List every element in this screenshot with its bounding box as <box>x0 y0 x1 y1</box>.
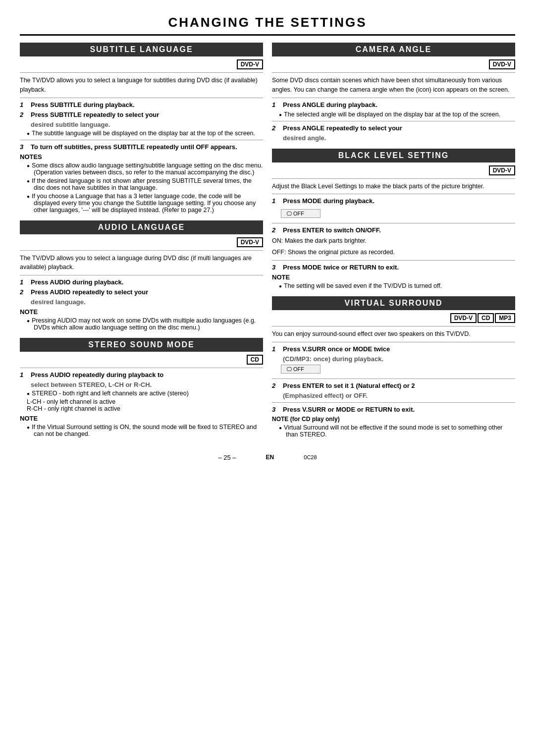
virtual-surround-header: VIRTUAL SURROUND <box>272 296 515 310</box>
virtual-step1: 1 Press V.SURR once or MODE twice <box>272 345 515 353</box>
virtual-step2b: (Emphasized effect) or OFF. <box>283 392 515 399</box>
virtual-dvdv-badge: DVD-V <box>450 313 477 323</box>
subtitle-dvdv-badge: DVD-V <box>237 59 263 69</box>
camera-step2b: desired angle. <box>283 134 515 142</box>
subtitle-language-header: SUBTITLE LANGUAGE <box>20 43 263 56</box>
audio-step2: 2 Press AUDIO repeatedly to select your <box>20 288 263 296</box>
page-number: – 25 – <box>218 454 236 461</box>
camera-dvdv-badge: DVD-V <box>489 59 515 69</box>
black-dvdv-badge: DVD-V <box>489 165 515 175</box>
subtitle-intro: The TV/DVD allows you to select a langua… <box>20 76 263 95</box>
footer: – 25 – EN 0C28 <box>20 454 515 461</box>
black-note1: The setting will be saved even if the TV… <box>279 282 515 289</box>
camera-bullet1: The selected angle will be displayed on … <box>279 111 515 118</box>
subtitle-note3: If you choose a Language that has a 3 le… <box>27 193 263 214</box>
subtitle-step3: 3 To turn off subtitles, press SUBTITLE … <box>20 143 263 151</box>
virtual-step2: 2 Press ENTER to set it 1 (Natural effec… <box>272 382 515 389</box>
virtual-step3: 3 Press V.SURR or MODE or RETURN to exit… <box>272 406 515 413</box>
virtual-display-box: 🖵 OFF <box>281 365 321 374</box>
black-display-box: 🖵 OFF <box>281 209 321 218</box>
camera-angle-section: CAMERA ANGLE DVD-V Some DVD discs contai… <box>272 43 515 142</box>
stereo-indent1: L-CH - only left channel is active <box>27 398 263 405</box>
virtual-step1b: (CD/MP3: once) during playback. <box>283 355 515 363</box>
stereo-step1b: select between STEREO, L-CH or R-CH. <box>31 381 263 388</box>
camera-intro: Some DVD discs contain scenes which have… <box>272 76 515 95</box>
camera-step1: 1 Press ANGLE during playback. <box>272 101 515 108</box>
audio-dvdv-badge: DVD-V <box>237 237 263 247</box>
stereo-note-label: NOTE <box>20 415 263 422</box>
black-on-text: ON: Makes the dark parts brighter. <box>272 236 515 246</box>
camera-angle-header: CAMERA ANGLE <box>272 43 515 56</box>
subtitle-step2: 2 Press SUBTITLE repeatedly to select yo… <box>20 111 263 118</box>
black-note-label: NOTE <box>272 273 515 281</box>
stereo-sound-mode-header: STEREO SOUND MODE <box>20 338 263 352</box>
audio-step1: 1 Press AUDIO during playback. <box>20 278 263 286</box>
audio-step2b: desired language. <box>31 298 263 306</box>
subtitle-step1: 1 Press SUBTITLE during playback. <box>20 101 263 108</box>
subtitle-note2: If the desired language is not shown aft… <box>27 177 263 191</box>
black-off-text: OFF: Shows the original picture as recor… <box>272 248 515 257</box>
audio-note1: Pressing AUDIO may not work on some DVDs… <box>27 317 263 331</box>
subtitle-step2b: desired subtitle language. <box>31 121 263 128</box>
stereo-sound-mode-section: STEREO SOUND MODE CD 1 Press AUDIO repea… <box>20 338 263 437</box>
footer-code: 0C28 <box>304 454 317 460</box>
virtual-cd-badge: CD <box>478 313 494 323</box>
virtual-note1: Virtual Surround will not be effective i… <box>279 424 515 438</box>
stereo-note1: If the Virtual Surround setting is ON, t… <box>27 424 263 437</box>
virtual-note-label: NOTE (for CD play only) <box>272 416 515 423</box>
audio-language-header: AUDIO LANGUAGE <box>20 220 263 234</box>
stereo-bullet1: STEREO - both right and left channels ar… <box>27 390 263 397</box>
stereo-indent2: R-CH - only right channel is active <box>27 405 263 412</box>
audio-note-label: NOTE <box>20 308 263 316</box>
black-level-setting-header: BLACK LEVEL SETTING <box>272 149 515 162</box>
page-title: CHANGING THE SETTINGS <box>20 15 515 36</box>
virtual-mp3-badge: MP3 <box>495 313 515 323</box>
audio-intro: The TV/DVD allows you to select a langua… <box>20 254 263 272</box>
footer-en: EN <box>266 454 274 461</box>
subtitle-language-section: SUBTITLE LANGUAGE DVD-V The TV/DVD allow… <box>20 43 263 214</box>
black-step2: 2 Press ENTER to switch ON/OFF. <box>272 226 515 234</box>
audio-language-section: AUDIO LANGUAGE DVD-V The TV/DVD allows y… <box>20 220 263 331</box>
subtitle-note1: Some discs allow audio language setting/… <box>27 162 263 176</box>
virtual-intro: You can enjoy surround-sound effect over… <box>272 329 515 339</box>
stereo-step1: 1 Press AUDIO repeatedly during playback… <box>20 371 263 378</box>
black-level-setting-section: BLACK LEVEL SETTING DVD-V Adjust the Bla… <box>272 149 515 289</box>
black-step1: 1 Press MODE during playback. <box>272 197 515 205</box>
stereo-cd-badge: CD <box>247 355 263 365</box>
virtual-surround-section: VIRTUAL SURROUND DVD-V CD MP3 You can en… <box>272 296 515 438</box>
subtitle-notes-label: NOTES <box>20 153 263 161</box>
camera-step2: 2 Press ANGLE repeatedly to select your <box>272 124 515 132</box>
black-intro: Adjust the Black Level Settings to make … <box>272 182 515 191</box>
black-step3: 3 Press MODE twice or RETURN to exit. <box>272 264 515 271</box>
subtitle-bullet1: The subtitle language will be displayed … <box>27 130 263 137</box>
